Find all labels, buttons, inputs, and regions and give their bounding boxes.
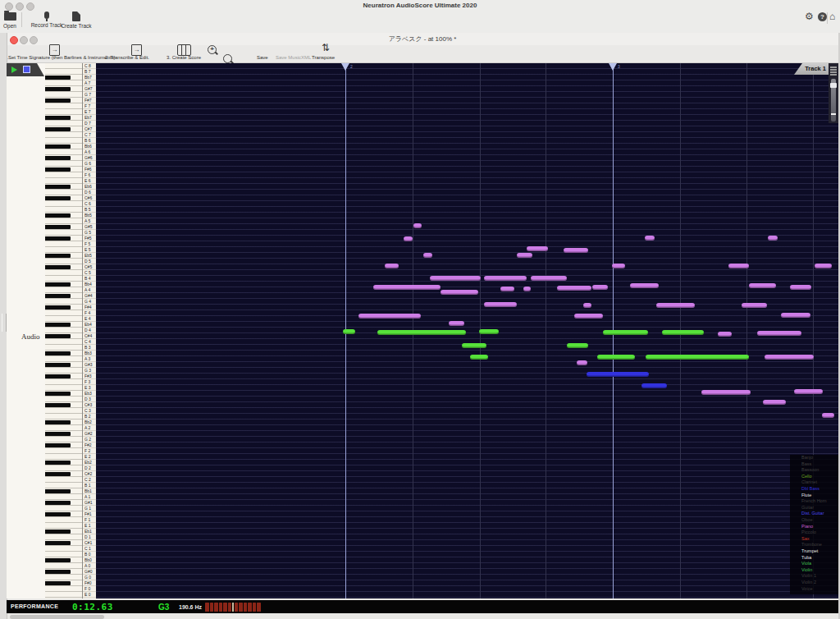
instrument-item-clarinet[interactable]: Clarinet [790, 479, 838, 486]
note-bar-pink[interactable] [763, 400, 786, 405]
piano-key-E6[interactable] [45, 178, 82, 184]
note-bar-blue[interactable] [587, 372, 649, 377]
piano-key-F0[interactable] [45, 586, 82, 592]
piano-key-F4[interactable] [45, 310, 82, 316]
piano-key-F6[interactable] [45, 172, 82, 178]
instrument-item-bassoon[interactable]: Bassoon [790, 467, 838, 474]
note-bar-pink[interactable] [728, 264, 749, 268]
piano-key-F#0[interactable] [45, 580, 82, 586]
piano-key-D5[interactable] [45, 259, 82, 264]
note-bar-pink[interactable] [822, 413, 834, 418]
piano-key-C3[interactable] [45, 408, 82, 414]
piano-key-Eb5[interactable] [45, 253, 82, 259]
piano-key-B0[interactable] [45, 552, 82, 557]
piano-key-C4[interactable] [45, 339, 82, 345]
open-button[interactable]: Open [2, 12, 18, 29]
piano-key-F7[interactable] [45, 103, 82, 109]
instrument-item-trumpet[interactable]: Trumpet [790, 548, 838, 555]
instrument-item-dist-guitar[interactable]: Dist. Guitar [790, 511, 838, 517]
piano-key-C2[interactable] [45, 477, 82, 483]
piano-key-B3[interactable] [45, 345, 82, 351]
piano-key-G2[interactable] [45, 437, 82, 442]
piano-key-Bb0[interactable] [45, 557, 82, 563]
transcribe-edit-button[interactable]: → [131, 44, 142, 56]
note-bar-pink[interactable] [630, 283, 659, 288]
instrument-item-french-horn[interactable]: French Horn [790, 498, 838, 505]
piano-key-F2[interactable] [45, 448, 82, 454]
grip-line[interactable] [830, 69, 837, 71]
piano-key-Eb7[interactable] [45, 115, 82, 121]
piano-key-D4[interactable] [45, 328, 82, 333]
piano-key-C#2[interactable] [45, 471, 82, 477]
piano-key-G6[interactable] [45, 161, 82, 167]
piano-key-B7[interactable] [45, 69, 82, 75]
settings-button[interactable]: ⚙ [805, 11, 814, 22]
piano-key-E5[interactable] [45, 247, 82, 253]
doc-minimize-button[interactable] [20, 36, 28, 44]
note-bar-pink[interactable] [527, 246, 548, 251]
piano-key-Bb1[interactable] [45, 488, 82, 494]
piano-key-C7[interactable] [45, 132, 82, 138]
note-bar-pink[interactable] [656, 303, 695, 308]
piano-key-C#7[interactable] [45, 126, 82, 132]
instrument-item-guitar[interactable]: Guitar [790, 505, 838, 511]
note-bar-pink[interactable] [523, 287, 531, 291]
note-bar-pink[interactable] [701, 390, 751, 395]
note-bar-pink[interactable] [574, 314, 603, 319]
piano-key-E2[interactable] [45, 454, 82, 460]
note-bar-green[interactable] [603, 330, 648, 335]
piano-key-D7[interactable] [45, 121, 82, 126]
note-bar-green[interactable] [377, 330, 466, 335]
piano-key-A6[interactable] [45, 149, 82, 155]
instrument-item-bass[interactable]: Bass [790, 461, 838, 468]
grip-line[interactable] [830, 66, 837, 68]
piano-key-D6[interactable] [45, 190, 82, 195]
piano-key-G#1[interactable] [45, 500, 82, 506]
grip-line[interactable] [830, 74, 837, 76]
piano-key-C1[interactable] [45, 546, 82, 552]
piano-key-E1[interactable] [45, 523, 82, 529]
note-bar-green[interactable] [567, 343, 588, 348]
create-score-button[interactable] [177, 44, 191, 56]
note-bar-pink[interactable] [815, 264, 832, 268]
piano-key-F#6[interactable] [45, 167, 82, 172]
piano-key-C#4[interactable] [45, 333, 82, 339]
note-bar-pink[interactable] [718, 332, 732, 337]
note-bar-pink[interactable] [645, 236, 655, 241]
note-bar-pink[interactable] [757, 331, 801, 336]
instrument-item-cello[interactable]: Cello [790, 474, 838, 480]
piano-key-Eb6[interactable] [45, 184, 82, 190]
piano-key-F5[interactable] [45, 241, 82, 247]
barline-marker[interactable] [609, 63, 617, 71]
instrument-item-banjo[interactable]: Banjo [790, 455, 838, 461]
piano-key-B4[interactable] [45, 276, 82, 282]
piano-key-G#0[interactable] [45, 569, 82, 575]
instrument-item-violin-1[interactable]: Violin 1 [790, 573, 838, 580]
note-bar-pink[interactable] [749, 283, 776, 288]
note-bar-pink[interactable] [742, 303, 767, 308]
note-bar-pink[interactable] [373, 285, 441, 290]
note-bar-pink[interactable] [413, 223, 422, 228]
piano-key-G1[interactable] [45, 506, 82, 511]
instrument-item-sax[interactable]: Sax [790, 536, 838, 543]
instrument-item-violin-2[interactable]: Violin 2 [790, 580, 838, 586]
instrument-item-flute[interactable]: Flute [790, 493, 838, 499]
piano-key-F#3[interactable] [45, 374, 82, 379]
piano-key-F#5[interactable] [45, 236, 82, 241]
piano-key-G5[interactable] [45, 230, 82, 236]
piano-key-F3[interactable] [45, 379, 82, 385]
piano-key-A1[interactable] [45, 494, 82, 500]
note-bar-pink[interactable] [557, 286, 591, 291]
piano-key-E3[interactable] [45, 385, 82, 391]
note-bar-green[interactable] [470, 355, 488, 360]
instrument-item-oboe[interactable]: Oboe [790, 517, 838, 524]
piano-key-B5[interactable] [45, 207, 82, 213]
piano-key-D3[interactable] [45, 397, 82, 402]
piano-key-Bb4[interactable] [45, 282, 82, 287]
note-bar-green[interactable] [462, 343, 486, 348]
piano-key-B2[interactable] [45, 414, 82, 420]
piano-key-B1[interactable] [45, 483, 82, 488]
piano-key-C#5[interactable] [45, 264, 82, 270]
note-bar-pink[interactable] [781, 313, 810, 318]
piano-key-D2[interactable] [45, 465, 82, 471]
